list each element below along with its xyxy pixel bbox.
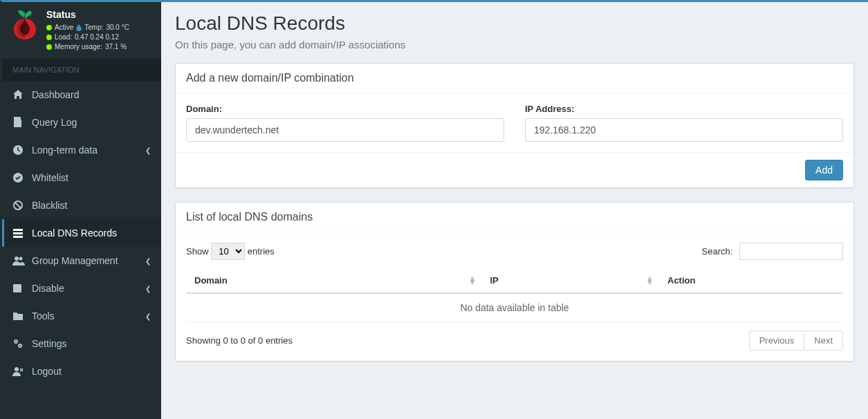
user-x-icon: [12, 366, 25, 376]
clock-icon: [12, 145, 25, 156]
empty-message: No data available in table: [186, 293, 843, 322]
col-action: Action: [659, 268, 843, 293]
status-active-label: Active: [55, 23, 73, 32]
search-input[interactable]: [739, 243, 843, 260]
ip-input[interactable]: [525, 118, 843, 142]
temp-value: 30.0 °C: [106, 23, 129, 32]
sort-icon: ▲▼: [646, 276, 654, 285]
nav-header: MAIN NAVIGATION: [2, 59, 161, 81]
table-empty-row: No data available in table: [186, 293, 843, 322]
add-button[interactable]: Add: [805, 160, 843, 180]
svg-rect-10: [13, 284, 21, 292]
domain-form-group: Domain:: [186, 104, 504, 142]
chevron-left-icon: ❮: [145, 257, 151, 265]
nav-item-local-dns-records[interactable]: Local DNS Records: [2, 219, 161, 247]
chevron-left-icon: ❮: [145, 147, 151, 154]
page-subtitle: On this page, you can add domain/IP asso…: [175, 39, 854, 50]
list-box-title: List of local DNS domains: [176, 203, 853, 232]
prev-button[interactable]: Previous: [749, 330, 805, 351]
nav-label: Dashboard: [32, 89, 151, 100]
next-button[interactable]: Next: [804, 330, 843, 351]
users-icon: [12, 256, 25, 266]
home-icon: [12, 89, 25, 100]
add-box-title: Add a new domain/IP combination: [176, 64, 853, 93]
mem-label: Memory usage:: [55, 42, 102, 52]
nav-label: Tools: [32, 310, 138, 322]
nav-label: Group Management: [32, 255, 138, 266]
svg-point-9: [19, 257, 23, 261]
nav-label: Blacklist: [32, 200, 151, 211]
check-circle-icon: [12, 172, 25, 183]
main-content: Local DNS Records On this page, you can …: [161, 2, 868, 419]
nav-item-whitelist[interactable]: Whitelist: [2, 164, 161, 192]
svg-line-4: [15, 203, 21, 208]
nav-item-tools[interactable]: Tools ❮: [2, 302, 161, 330]
domain-input[interactable]: [186, 118, 504, 142]
col-ip[interactable]: IP ▲▼: [482, 268, 660, 293]
nav-item-group-management[interactable]: Group Management ❮: [2, 247, 161, 274]
show-label: Show: [186, 246, 209, 257]
folder-icon: [12, 311, 25, 321]
svg-rect-6: [13, 232, 23, 234]
add-domain-box: Add a new domain/IP combination Domain: …: [175, 63, 854, 188]
mem-value: 37.1 %: [105, 42, 127, 52]
pihole-logo: [9, 9, 41, 41]
length-select[interactable]: 10: [211, 243, 245, 260]
search-label: Search:: [702, 246, 733, 257]
nav-label: Whitelist: [32, 172, 151, 183]
nav-label: Settings: [32, 338, 151, 349]
status-dot-icon: [46, 35, 52, 40]
dns-table: Domain ▲▼ IP ▲▼ Action: [186, 268, 843, 322]
svg-point-8: [15, 257, 19, 261]
file-icon: [12, 117, 25, 128]
svg-rect-7: [13, 236, 23, 238]
nav-label: Disable: [32, 283, 138, 294]
pagination: Previous Next: [750, 330, 843, 351]
temp-drop-icon: [76, 24, 82, 31]
entries-label: entries: [248, 246, 275, 257]
list-box: List of local DNS domains Show 10 entrie…: [175, 202, 854, 362]
chevron-left-icon: ❮: [145, 285, 151, 292]
sidebar: Status Active Temp: 30.0 °C Load: 0.47 0…: [2, 2, 161, 419]
svg-point-14: [19, 345, 21, 346]
nav-item-settings[interactable]: Settings: [2, 330, 161, 357]
chevron-left-icon: ❮: [145, 313, 151, 320]
table-info: Showing 0 to 0 of 0 entries: [186, 335, 293, 346]
col-domain[interactable]: Domain ▲▼: [186, 268, 482, 293]
page-header: Local DNS Records On this page, you can …: [175, 12, 854, 50]
load-value: 0.47 0.24 0.12: [75, 32, 119, 42]
status-dot-icon: [46, 25, 52, 30]
svg-point-15: [15, 367, 19, 371]
stop-icon: [12, 283, 25, 293]
list-icon: [12, 227, 25, 239]
nav-item-disable[interactable]: Disable ❮: [2, 274, 161, 302]
status-title: Status: [46, 9, 154, 20]
status-dot-icon: [46, 44, 52, 50]
nav-item-query-log[interactable]: Query Log: [2, 109, 161, 136]
nav-item-logout[interactable]: Logout: [2, 357, 161, 385]
status-info: Status Active Temp: 30.0 °C Load: 0.47 0…: [46, 9, 154, 52]
status-active-line: Active Temp: 30.0 °C: [46, 23, 154, 32]
temp-label: Temp:: [84, 23, 103, 32]
nav-item-long-term-data[interactable]: Long-term data ❮: [2, 136, 161, 164]
load-label: Load:: [55, 32, 72, 42]
table-search-control: Search:: [702, 243, 843, 260]
sort-icon: ▲▼: [469, 276, 477, 285]
svg-point-13: [15, 341, 17, 342]
nav-label: Logout: [32, 366, 151, 377]
nav-item-blacklist[interactable]: Blacklist: [2, 192, 161, 219]
ip-label: IP Address:: [525, 104, 843, 114]
nav-label: Query Log: [32, 117, 151, 128]
nav-label: Local DNS Records: [32, 227, 151, 239]
page-title: Local DNS Records: [175, 12, 854, 35]
status-load-line: Load: 0.47 0.24 0.12: [46, 32, 154, 42]
cogs-icon: [12, 338, 25, 349]
ban-icon: [12, 200, 25, 211]
domain-label: Domain:: [186, 104, 504, 114]
svg-rect-5: [13, 229, 23, 231]
status-mem-line: Memory usage: 37.1 %: [46, 42, 154, 52]
nav-item-dashboard[interactable]: Dashboard: [2, 81, 161, 109]
table-length-control: Show 10 entries: [186, 243, 275, 260]
main-nav: Dashboard Query Log Long-term data ❮ Whi…: [2, 81, 161, 385]
status-panel: Status Active Temp: 30.0 °C Load: 0.47 0…: [2, 2, 161, 59]
